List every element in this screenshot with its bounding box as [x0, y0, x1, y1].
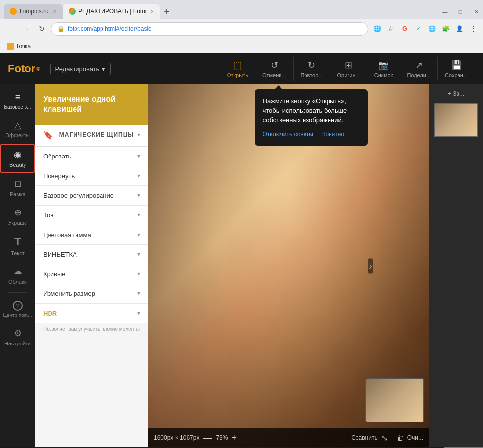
- extensions-icon[interactable]: 🧩: [440, 23, 452, 35]
- edit-menu[interactable]: Редактировать ▾: [50, 63, 111, 75]
- frame-icon: ⊡: [14, 179, 22, 189]
- tab-fotor[interactable]: РЕДАКТИРОВАТЬ | Fotor ✕: [63, 4, 160, 19]
- close-button[interactable]: ✕: [469, 5, 483, 19]
- share-icon: ↗: [415, 60, 423, 71]
- extension-icon-1[interactable]: G: [399, 23, 410, 35]
- toolbar-original-button[interactable]: ⊞ Оригин...: [330, 57, 367, 81]
- add-photo-button[interactable]: + За...: [444, 88, 468, 99]
- panel-section-rotate[interactable]: Повернуть ▾: [35, 166, 148, 186]
- sidebar-item-beauty[interactable]: ◉ Beauty: [0, 144, 35, 173]
- bottom-left: 1600px × 1067px — 73% +: [154, 433, 237, 442]
- curves-arrow: ▾: [137, 270, 140, 277]
- panel-section-curves[interactable]: Кривые ▾: [35, 264, 148, 284]
- sidebar-item-help[interactable]: ? Центр поm...: [0, 297, 35, 322]
- zoom-out-button[interactable]: —: [203, 433, 212, 442]
- tone-arrow: ▾: [137, 211, 140, 218]
- sidebar-item-decor[interactable]: ⊕ Украше: [0, 203, 35, 230]
- extension-icon-3[interactable]: 🌐: [426, 23, 438, 35]
- app-logo: Fotor®: [8, 62, 40, 75]
- new-tab-button[interactable]: +: [160, 5, 174, 19]
- sidebar-item-cloud[interactable]: ☁ Облако: [0, 262, 35, 289]
- right-thumbnail[interactable]: [434, 103, 478, 137]
- hdr-description: Позволяет вам улучшить плохие моменты: [35, 323, 148, 338]
- canvas-right-arrow[interactable]: ›: [368, 258, 373, 273]
- right-sidebar: + За...: [429, 84, 483, 447]
- zoom-level: 73%: [216, 434, 228, 441]
- tab-bar: Lumpics.ru ✕ РЕДАКТИРОВАТЬ | Fotor ✕ + —…: [0, 0, 483, 19]
- fullscreen-icon[interactable]: ⤡: [381, 433, 388, 443]
- window-controls: — □ ✕: [438, 5, 483, 19]
- tab-lumpics-close[interactable]: ✕: [53, 9, 57, 14]
- tooltip-ok-link[interactable]: Понятно: [321, 130, 344, 139]
- sidebar-item-text[interactable]: T Текст: [0, 232, 35, 260]
- browser-chrome: Lumpics.ru ✕ РЕДАКТИРОВАТЬ | Fotor ✕ + —…: [0, 0, 483, 53]
- extension-icon-2[interactable]: ✓: [412, 23, 424, 35]
- toolbar-undo-button[interactable]: ↺ Отмени...: [255, 57, 294, 81]
- bookmark-icon: 🔖: [43, 131, 53, 140]
- snapshot-icon: 📷: [378, 60, 389, 71]
- basic-adjust-arrow: ▾: [137, 192, 140, 199]
- panel-section-resize[interactable]: Изменить размер ▾: [35, 284, 148, 304]
- save-icon: 💾: [451, 60, 462, 71]
- canvas-area[interactable]: Нажмите кнопку «Открыть», чтобы использо…: [148, 84, 429, 447]
- bottom-right: Сравнить ⤡ 🗑 Очи...: [351, 433, 423, 443]
- redo-icon: ↻: [308, 60, 315, 71]
- lumpics-favicon: [10, 8, 17, 15]
- bookmark-tochka-label: Точка: [16, 43, 31, 50]
- tab-lumpics-label: Lumpics.ru: [20, 8, 49, 15]
- sidebar-item-frame[interactable]: ⊡ Рамка: [0, 175, 35, 201]
- forward-button[interactable]: →: [20, 23, 32, 35]
- minimize-button[interactable]: —: [438, 5, 452, 19]
- sidebar-item-settings[interactable]: ⚙ Настройки: [0, 324, 35, 350]
- bottom-bar: 1600px × 1067px — 73% + Сравнить ⤡ 🗑 Очи…: [148, 428, 429, 447]
- tab-lumpics[interactable]: Lumpics.ru ✕: [4, 4, 63, 19]
- bookmark-star-icon[interactable]: ☆: [385, 23, 397, 35]
- browser-controls: ← → ↻ 🔒 fotor.com/app.html#/editor/basic…: [0, 19, 483, 39]
- address-bar[interactable]: 🔒 fotor.com/app.html#/editor/basic: [51, 22, 368, 36]
- vignette-arrow: ▾: [137, 251, 140, 258]
- zoom-controls: — 73% +: [203, 433, 237, 442]
- sliders-icon: ≡: [15, 92, 21, 103]
- menu-icon[interactable]: ⋮: [467, 23, 479, 35]
- panel-section-tone[interactable]: Тон ▾: [35, 206, 148, 225]
- tab-fotor-close[interactable]: ✕: [150, 9, 154, 14]
- panel-section-color[interactable]: Цветовая гамма ▾: [35, 225, 148, 245]
- toolbar-open-button[interactable]: ⬚ Открыть: [220, 57, 255, 81]
- crop-arrow: ▾: [137, 153, 140, 159]
- toolbar-save-button[interactable]: 💾 Сохран...: [438, 57, 475, 81]
- color-arrow: ▾: [137, 231, 140, 238]
- panel-section-hdr[interactable]: HDR ▾: [35, 304, 148, 323]
- trash-icon[interactable]: 🗑: [397, 434, 404, 442]
- tooltip-links: Отключить советы Понятно: [263, 130, 360, 139]
- rotate-arrow: ▾: [137, 172, 140, 179]
- panel: Увеличение одной клавишей 🔖 МАГИЧЕСКИЕ Щ…: [35, 84, 148, 447]
- maximize-button[interactable]: □: [454, 5, 467, 19]
- compare-button[interactable]: Сравнить: [351, 434, 377, 441]
- panel-section-basic-adjust[interactable]: Базовое регулирование ▾: [35, 186, 148, 206]
- toolbar-snapshot-button[interactable]: 📷 Снимок: [367, 57, 401, 81]
- decor-icon: ⊕: [14, 207, 22, 218]
- panel-section-crop[interactable]: Обрезать ▾: [35, 147, 148, 166]
- sidebar-item-effects[interactable]: △ Эффекты: [0, 116, 35, 142]
- profile-icon[interactable]: 👤: [454, 23, 465, 35]
- resize-arrow: ▾: [137, 290, 140, 297]
- panel-section-magic[interactable]: 🔖 МАГИЧЕСКИЕ ЩИПЦЫ ▾: [35, 125, 148, 147]
- lock-icon: 🔒: [57, 26, 65, 32]
- back-button[interactable]: ←: [4, 23, 17, 35]
- panel-section-vignette[interactable]: ВИНЬЕТКА ▾: [35, 245, 148, 264]
- bookmark-tochka[interactable]: Точка: [4, 42, 34, 51]
- app: Fotor® Редактировать ▾ ⬚ Открыть ↺ Отмен…: [0, 53, 483, 447]
- toolbar-share-button[interactable]: ↗ Подели...: [400, 57, 438, 81]
- sidebar-item-basic[interactable]: ≡ Базовое р...: [0, 88, 35, 114]
- reload-button[interactable]: ↻: [35, 23, 48, 35]
- tab-fotor-label: РЕДАКТИРОВАТЬ | Fotor: [78, 8, 147, 15]
- left-sidebar: ≡ Базовое р... △ Эффекты ◉ Beauty ⊡ Рамк…: [0, 84, 35, 447]
- zoom-in-button[interactable]: +: [231, 433, 237, 442]
- canvas-wrapper: Нажмите кнопку «Открыть», чтобы использо…: [148, 84, 429, 447]
- clear-label: Очи...: [407, 434, 423, 441]
- original-icon: ⊞: [345, 60, 352, 71]
- tooltip-disable-link[interactable]: Отключить советы: [263, 130, 313, 139]
- translate-icon[interactable]: 🌐: [371, 23, 383, 35]
- toolbar-redo-button[interactable]: ↻ Повтор...: [294, 57, 330, 81]
- settings-icon: ⚙: [14, 328, 22, 339]
